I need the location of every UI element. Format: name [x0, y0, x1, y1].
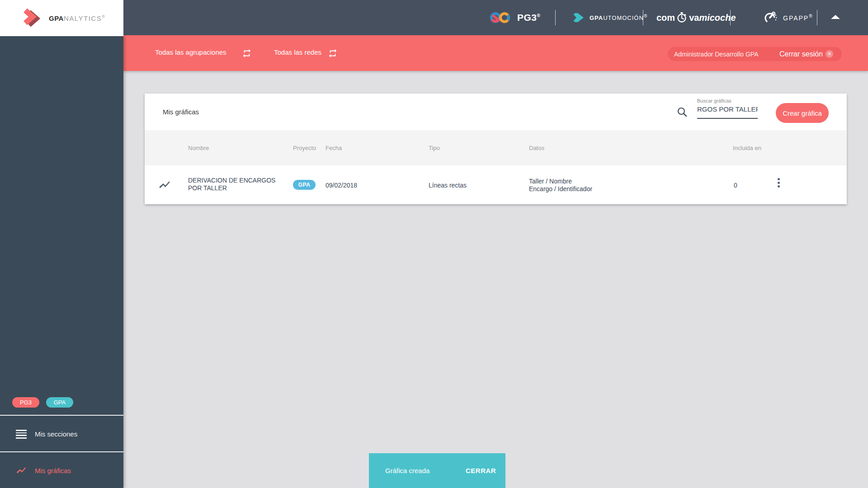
nav-app-gpapp[interactable]: GPAPP®: [763, 0, 813, 35]
sidebar-badge-gpa[interactable]: GPA: [46, 397, 73, 408]
col-header-fecha: Fecha: [326, 145, 342, 151]
gpanalytics-arrow-icon: [21, 7, 42, 29]
sections-list-icon: [16, 430, 27, 441]
top-app-bar: PG3® GPAUTOMOCIÓN® com vamicoche: [0, 0, 868, 35]
nav-app-pg3[interactable]: PG3®: [489, 0, 540, 35]
cell-name: DERIVACION DE ENCARGOS POR TALLER: [188, 177, 284, 192]
filter-networks-label[interactable]: Todas las redes: [274, 48, 321, 56]
main-content: Mis gráficas Buscar gráficas RGOS POR TA…: [123, 71, 868, 488]
nav-divider: [555, 10, 556, 25]
project-badge: GPA: [293, 180, 316, 190]
gpautomocion-label: GPAUTOMOCIÓN®: [590, 14, 647, 21]
comprova-label-right: vamicoche: [689, 13, 736, 23]
cell-included-in: 0: [734, 182, 737, 189]
gpanalytics-wordmark: GPANALYTICS®: [49, 14, 105, 22]
gpapp-wrench-icon: [763, 10, 778, 25]
page-title: Mis gráficas: [163, 108, 199, 116]
table-header-row: Nombre Proyecto Fecha Tipo Datos Incluid…: [145, 130, 847, 165]
line-chart-icon: [16, 465, 27, 476]
gpapp-label: GPAPP®: [783, 14, 813, 22]
line-chart-icon: [158, 178, 171, 191]
nav-divider: [730, 10, 731, 25]
col-header-nombre: Nombre: [188, 145, 209, 151]
search-icon[interactable]: [676, 106, 688, 118]
nav-app-comprovamicoche[interactable]: com vamicoche: [656, 0, 736, 35]
gpautomocion-arrow-icon: [571, 11, 585, 24]
charts-card: Mis gráficas Buscar gráficas RGOS POR TA…: [145, 94, 847, 204]
col-header-incluida-en: Incluida en: [733, 145, 761, 151]
collapse-topbar-arrow-icon[interactable]: [831, 15, 840, 19]
user-name-label: Administrador Desarrollo GPA: [674, 51, 758, 58]
swap-groupings-icon[interactable]: [242, 48, 252, 58]
sidebar-item-mis-graficas[interactable]: Mis gráficas: [0, 452, 123, 488]
col-header-tipo: Tipo: [429, 145, 440, 151]
sidebar-item-label: Mis secciones: [35, 430, 77, 438]
sidebar: PG3 GPA Mis secciones Mis gráficas: [0, 36, 123, 488]
cell-date: 09/02/2018: [326, 182, 357, 189]
search-input[interactable]: RGOS POR TALLER: [697, 105, 758, 119]
create-chart-button[interactable]: Crear gráfica: [776, 103, 829, 123]
pg3-label: PG3®: [517, 12, 540, 23]
user-session-pill: Administrador Desarrollo GPA Cerrar sesi…: [668, 47, 842, 61]
sidebar-badge-pg3[interactable]: PG3: [12, 397, 39, 408]
logout-x-icon[interactable]: ✕: [826, 50, 833, 58]
search-field-label: Buscar gráficas: [697, 98, 731, 103]
sidebar-item-label: Mis gráficas: [35, 467, 71, 474]
swap-networks-icon[interactable]: [328, 48, 338, 58]
filter-bar: Todas las agrupaciones Todas las redes A…: [123, 35, 868, 71]
sidebar-badges: PG3 GPA: [0, 397, 123, 407]
snackbar-close-button[interactable]: CERRAR: [466, 467, 496, 474]
logout-button[interactable]: Cerrar sesión: [779, 50, 823, 58]
sidebar-item-mis-secciones[interactable]: Mis secciones: [0, 416, 123, 452]
cell-data: Taller / NombreEncargo / Identificador: [529, 178, 592, 193]
pg3-infinity-icon: [489, 11, 513, 24]
snackbar-message: Gráfica creada: [385, 467, 429, 474]
col-header-proyecto: Proyecto: [293, 145, 316, 151]
stopwatch-icon: [676, 12, 688, 23]
comprova-label-left: com: [656, 13, 675, 23]
nav-divider: [817, 10, 817, 25]
nav-app-gpautomocion[interactable]: GPAUTOMOCIÓN®: [571, 0, 647, 35]
col-header-datos: Datos: [529, 145, 544, 151]
filter-groupings-label[interactable]: Todas las agrupaciones: [155, 48, 226, 56]
snackbar: Gráfica creada CERRAR: [369, 453, 505, 488]
nav-divider: [643, 10, 643, 25]
table-row[interactable]: DERIVACION DE ENCARGOS POR TALLER GPA 09…: [145, 165, 847, 204]
app-logo: GPANALYTICS®: [0, 0, 123, 36]
cell-type: Líneas rectas: [429, 182, 467, 189]
row-menu-kebab-icon[interactable]: [774, 178, 783, 192]
